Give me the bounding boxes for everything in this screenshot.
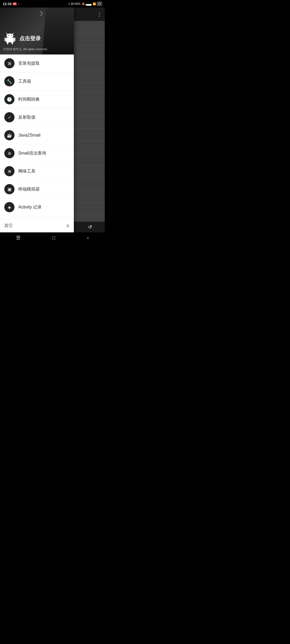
svg-rect-5 [6, 38, 14, 42]
menu-label-apk: 安装包提取 [18, 61, 40, 66]
network-label: lالا [13, 2, 17, 5]
svg-rect-8 [7, 42, 8, 44]
svg-point-4 [11, 35, 12, 36]
chevron-up-icon: ∧ [66, 223, 70, 229]
drawer-header: ☽ [0, 8, 74, 54]
menu-icon-java2smali: ☕ [4, 130, 15, 140]
svg-line-1 [12, 33, 13, 34]
menu-label-terminal: 终端模拟器 [18, 186, 40, 192]
svg-rect-7 [14, 38, 15, 41]
menu-nav-icon[interactable]: ☰ [16, 235, 20, 241]
svg-point-2 [6, 34, 13, 38]
status-right: 1.38 KB/S 🔕 ▄▄▄ 📶 83 [68, 2, 102, 6]
menu-icon-terminal: ▣ [4, 184, 15, 194]
svg-point-3 [8, 35, 9, 36]
menu-item-network[interactable]: ⊕ 网络工具 [0, 162, 74, 180]
menu-icon-activity: ◈ [4, 202, 15, 212]
footer-label: 其它 [4, 223, 13, 229]
menu-label-smali: Smali语法查询 [18, 151, 46, 156]
menu-icon-smali: ⊜ [4, 148, 15, 158]
header-content: 点击登录 ©2019 吹牛儿. All rights reserved. [0, 28, 74, 54]
refresh-button[interactable]: ↺ [88, 224, 92, 230]
wifi-icon: 📶 [93, 2, 96, 5]
menu-label-java2smali: Java2Smali [18, 133, 41, 138]
menu-item-apk[interactable]: ⊞ 安装包提取 [0, 54, 74, 72]
drawer-footer[interactable]: 其它 ∧ [0, 219, 74, 232]
menu-icon-timestamp: 🕐 [4, 94, 15, 104]
copyright-text: ©2019 吹牛儿. All rights reserved. [3, 47, 71, 51]
status-time: 12:33 lالا · [3, 2, 19, 6]
svg-rect-6 [5, 38, 6, 41]
back-nav-icon[interactable]: ‹ [87, 235, 89, 241]
clock: 12:33 [3, 2, 12, 6]
menu-label-reflect: 反射取值 [18, 115, 35, 120]
app-container: 226.49G 读写 ⋮ milink.service 2 21:58 miui… [0, 8, 105, 232]
login-button[interactable]: 点击登录 [19, 35, 41, 42]
menu-label-network: 网络工具 [18, 169, 35, 174]
android-login-row: 点击登录 [3, 32, 71, 45]
bg-menu-button[interactable]: ⋮ [97, 11, 102, 17]
battery: 83 [97, 2, 102, 6]
menu-item-java2smali[interactable]: ☕ Java2Smali [0, 126, 74, 144]
menu-icon-reflect: ✓ [4, 112, 15, 122]
nav-bar: ☰ □ ‹ [0, 232, 105, 243]
network-speed: 1.38 KB/S [68, 2, 81, 5]
android-icon [3, 32, 17, 45]
home-nav-icon[interactable]: □ [52, 235, 55, 241]
menu-label-toolbox: 工具箱 [18, 79, 31, 84]
signal-icon: ▄▄▄ [86, 2, 92, 5]
svg-rect-9 [12, 42, 13, 44]
menu-icon-apk: ⊞ [4, 58, 15, 68]
navigation-drawer: ☽ [0, 8, 74, 232]
menu-icon-toolbox: 🔧 [4, 76, 15, 86]
menu-label-timestamp: 时间戳转换 [18, 97, 40, 102]
moon-icon: ☽ [38, 10, 43, 17]
menu-item-activity[interactable]: ◈ Activity 记录 [0, 198, 74, 216]
status-bar: 12:33 lالا · 1.38 KB/S 🔕 ▄▄▄ 📶 83 [0, 0, 105, 8]
svg-line-0 [6, 33, 8, 34]
menu-item-timestamp[interactable]: 🕐 时间戳转换 [0, 90, 74, 108]
menu-item-colorpicker[interactable]: ✂ 屏幕取色器 [0, 216, 74, 219]
menu-item-terminal[interactable]: ▣ 终端模拟器 [0, 180, 74, 198]
menu-icon-network: ⊕ [4, 166, 15, 176]
mute-icon: 🔕 [82, 2, 85, 5]
menu-item-smali[interactable]: ⊜ Smali语法查询 [0, 144, 74, 162]
menu-label-activity: Activity 记录 [18, 204, 42, 210]
drawer-menu: ⊞ 安装包提取 🔧 工具箱 🕐 时间戳转换 ✓ 反射取值 ☕ Java2Smal… [0, 54, 74, 219]
menu-item-toolbox[interactable]: 🔧 工具箱 [0, 72, 74, 90]
dot: · [18, 2, 19, 6]
menu-item-reflect[interactable]: ✓ 反射取值 [0, 108, 74, 126]
